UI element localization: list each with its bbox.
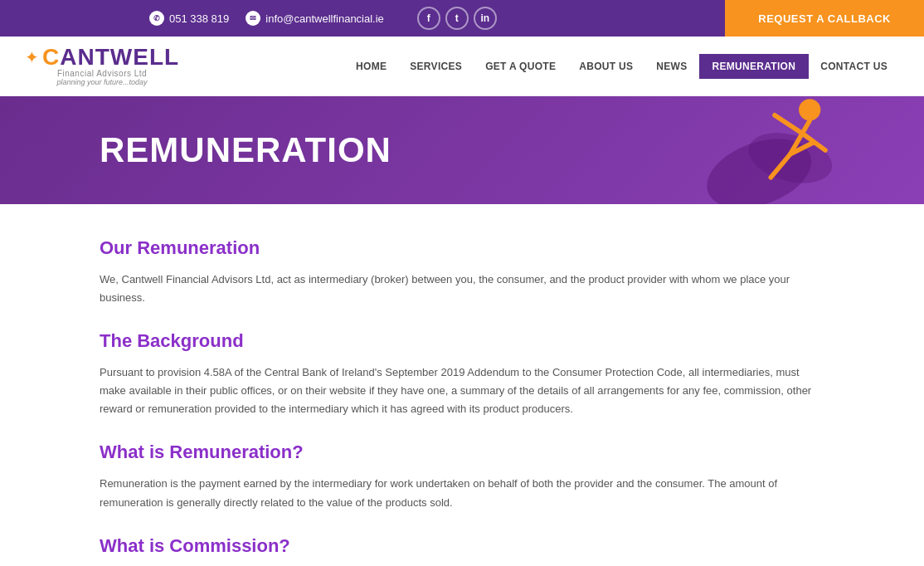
twitter-icon[interactable]: t <box>445 7 469 30</box>
hero-title: REMUNERATION <box>100 130 391 170</box>
logo-subtitle: Financial Advisors Ltd <box>57 69 147 78</box>
social-links: f t in <box>417 7 497 30</box>
hero-banner: REMUNERATION <box>0 96 924 204</box>
nav-remuneration[interactable]: REMUNERATION <box>699 54 810 79</box>
email-icon: ✉ <box>246 11 260 26</box>
section-heading-1: Our Remuneration <box>100 237 824 259</box>
top-bar-left: ✆ 051 338 819 ✉ info@cantwellfinancial.i… <box>0 7 497 30</box>
logo-text: CCANTWELLANTWELL <box>42 46 179 69</box>
svg-line-4 <box>775 115 802 134</box>
nav-home[interactable]: HOME <box>344 54 398 79</box>
nav-services[interactable]: SERVICES <box>398 54 474 79</box>
content-area: Our Remuneration We, Cantwell Financial … <box>0 204 924 566</box>
linkedin-icon[interactable]: in <box>474 7 497 30</box>
email-address: info@cantwellfinancial.ie <box>265 12 384 25</box>
section-text-1: We, Cantwell Financial Advisors Ltd, act… <box>100 271 824 307</box>
phone-contact[interactable]: ✆ 051 338 819 <box>149 11 229 26</box>
callback-button[interactable]: REQUEST A CALLBACK <box>725 0 924 37</box>
nav-news[interactable]: NEWS <box>644 54 698 79</box>
section-heading-2: The Background <box>100 330 824 352</box>
phone-icon: ✆ <box>149 11 164 26</box>
nav-bar: ✦ CCANTWELLANTWELL Financial Advisors Lt… <box>0 37 924 96</box>
nav-links: HOME SERVICES GET A QUOTE ABOUT US NEWS … <box>344 54 899 79</box>
logo-icon: ✦ <box>25 47 39 67</box>
nav-contact-us[interactable]: CONTACT US <box>809 54 899 79</box>
phone-number: 051 338 819 <box>169 12 229 25</box>
logo[interactable]: ✦ CCANTWELLANTWELL Financial Advisors Lt… <box>25 46 179 86</box>
section-heading-4: What is Commission? <box>100 535 824 557</box>
top-bar: ✆ 051 338 819 ✉ info@cantwellfinancial.i… <box>0 0 924 37</box>
nav-about-us[interactable]: ABOUT US <box>567 54 644 79</box>
facebook-icon[interactable]: f <box>417 7 440 30</box>
svg-point-2 <box>799 99 820 120</box>
nav-get-a-quote[interactable]: GET A QUOTE <box>474 54 567 79</box>
hero-figure <box>692 96 858 204</box>
section-text-2: Pursuant to provision 4.58A of the Centr… <box>100 364 824 418</box>
section-heading-3: What is Remuneration? <box>100 442 824 463</box>
logo-tagline: planning your future...today <box>57 78 148 86</box>
section-text-3: Remuneration is the payment earned by th… <box>100 475 824 511</box>
email-contact[interactable]: ✉ info@cantwellfinancial.ie <box>246 11 384 26</box>
